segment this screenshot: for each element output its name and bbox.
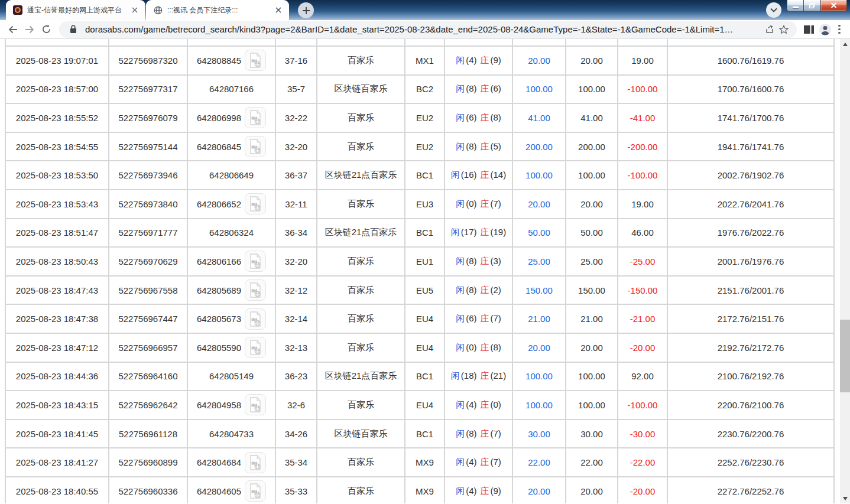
scroll-up-button[interactable] xyxy=(840,39,850,49)
lock-icon xyxy=(66,22,80,37)
bet-table-body: 2025-08-23 19:07:01 522756987320 6428088… xyxy=(5,47,835,503)
cell-balance: 1700.76/1600.76 xyxy=(668,76,835,103)
video-replay-button[interactable] xyxy=(245,394,266,415)
share-icon[interactable] xyxy=(763,22,777,37)
banker-label: 庄 xyxy=(481,55,489,66)
round-number: 642805590 xyxy=(197,343,241,353)
video-replay-button[interactable] xyxy=(245,50,266,71)
round-number: 642806998 xyxy=(197,113,241,123)
cell-valid-amount: 20.00 xyxy=(566,477,618,503)
round-number: 642804733 xyxy=(209,429,254,439)
banker-label: 庄 xyxy=(481,399,489,411)
cell-table-code: BC1 xyxy=(405,219,445,247)
cell-result: 37-16 xyxy=(276,47,317,74)
round-number: 642808845 xyxy=(197,56,241,66)
video-replay-button[interactable] xyxy=(245,308,266,330)
banker-score: (14) xyxy=(491,170,507,181)
reload-button[interactable] xyxy=(38,21,54,38)
table-row: 2025-08-23 18:54:55 522756975144 6428068… xyxy=(5,133,835,162)
cell-valid-amount: 20.00 xyxy=(566,47,618,74)
banker-score: (9) xyxy=(491,486,501,497)
video-replay-button[interactable] xyxy=(245,452,266,473)
globe-favicon-icon xyxy=(153,5,163,15)
video-replay-button[interactable] xyxy=(245,136,266,157)
cell-table-code: BC1 xyxy=(405,420,445,448)
tab-title: 通宝-信誉最好的网上游戏平台 xyxy=(27,5,122,15)
banker-score: (7) xyxy=(491,313,501,324)
forward-button[interactable] xyxy=(21,21,38,38)
video-replay-button[interactable] xyxy=(245,337,266,358)
cell-game-name: 百家乐 xyxy=(317,448,405,476)
player-score: (8) xyxy=(466,285,476,296)
vertical-scrollbar[interactable] xyxy=(840,39,850,503)
minimize-button[interactable] xyxy=(787,0,804,11)
tab-close-icon[interactable] xyxy=(274,5,283,15)
cell-result: 32-6 xyxy=(276,391,317,419)
player-score: (0) xyxy=(466,342,476,353)
cell-game-name: 百家乐 xyxy=(317,133,405,161)
player-score: (4) xyxy=(466,55,476,66)
cell-bet-amount: 22.00 xyxy=(513,448,566,476)
player-label: 闲 xyxy=(456,112,465,123)
scroll-down-button[interactable] xyxy=(840,493,850,503)
cell-table-code: EU1 xyxy=(405,248,445,275)
cell-bet-time: 2025-08-23 18:41:27 xyxy=(5,448,109,476)
browser-tab-betrecord[interactable]: :::视讯 会员下注纪录::: xyxy=(146,0,289,20)
cell-result: 32-14 xyxy=(276,305,317,333)
cell-win-loss: 46.00 xyxy=(618,219,668,247)
player-score: (4) xyxy=(466,399,476,411)
banker-label: 庄 xyxy=(481,141,489,152)
cell-table-code: BC2 xyxy=(405,76,445,103)
tab-close-icon[interactable] xyxy=(130,5,139,15)
cell-win-loss: -30.00 xyxy=(618,420,668,448)
video-replay-button[interactable] xyxy=(245,107,266,128)
tab-title: :::视讯 会员下注纪录::: xyxy=(167,5,238,15)
cell-valid-amount: 50.00 xyxy=(566,219,618,247)
cell-round-no: 642805590 xyxy=(188,334,276,362)
banker-label: 庄 xyxy=(481,486,489,497)
new-tab-button[interactable] xyxy=(298,2,314,18)
cell-bet-time: 2025-08-23 18:43:15 xyxy=(5,391,109,419)
cell-result: 32-11 xyxy=(276,190,317,218)
restore-button[interactable] xyxy=(804,0,820,11)
profile-avatar-button[interactable] xyxy=(817,21,833,38)
tab-search-chevron-button[interactable] xyxy=(766,2,781,18)
video-replay-button[interactable] xyxy=(245,251,266,272)
cell-game-name: 百家乐 xyxy=(317,477,405,503)
cell-round-no: 642808845 xyxy=(188,47,276,74)
cell-bet-amount: 25.00 xyxy=(513,248,566,275)
cell-player-banker: 闲(8) 庄(7) xyxy=(445,420,513,448)
cell-bet-amount: 100.00 xyxy=(513,391,566,419)
url-text: dorasabs.com/game/betrecord_search/kind3… xyxy=(85,24,763,34)
banker-label: 庄 xyxy=(481,457,489,468)
video-replay-button[interactable] xyxy=(245,193,266,214)
cell-win-loss: -150.00 xyxy=(618,277,668,304)
bet-record-table: 2025-08-23 19:07:01 522756987320 6428088… xyxy=(5,39,835,503)
cell-table-code: EU5 xyxy=(405,277,445,304)
player-score: (8) xyxy=(466,256,476,267)
close-button[interactable] xyxy=(820,0,847,11)
banker-label: 庄 xyxy=(481,428,489,440)
cell-player-banker: 闲(8) 庄(2) xyxy=(445,277,513,304)
banker-score: (21) xyxy=(491,370,507,382)
video-replay-button[interactable] xyxy=(245,480,266,502)
back-button[interactable] xyxy=(5,21,21,38)
bookmark-star-icon[interactable] xyxy=(777,22,791,37)
cell-game-name: 百家乐 xyxy=(317,334,405,362)
browser-tab-casino[interactable]: 通宝-信誉最好的网上游戏平台 xyxy=(6,0,145,20)
cell-valid-amount: 41.00 xyxy=(566,104,618,132)
scrollbar-thumb[interactable] xyxy=(840,320,850,392)
cell-game-name: 区块链百家乐 xyxy=(317,76,405,103)
browser-menu-button[interactable] xyxy=(833,21,845,38)
player-label: 闲 xyxy=(456,256,465,267)
cell-bet-id: 522756977317 xyxy=(109,76,188,103)
cell-win-loss: 19.00 xyxy=(618,190,668,218)
video-replay-button[interactable] xyxy=(245,279,266,301)
address-bar[interactable]: dorasabs.com/game/betrecord_search/kind3… xyxy=(59,21,797,38)
side-panel-button[interactable] xyxy=(800,21,817,38)
cell-valid-amount: 30.00 xyxy=(566,420,618,448)
cell-round-no: 642805689 xyxy=(188,277,276,304)
cell-round-no: 642806998 xyxy=(188,104,276,132)
cell-game-name: 百家乐 xyxy=(317,104,405,132)
cell-win-loss: -20.00 xyxy=(618,334,668,362)
